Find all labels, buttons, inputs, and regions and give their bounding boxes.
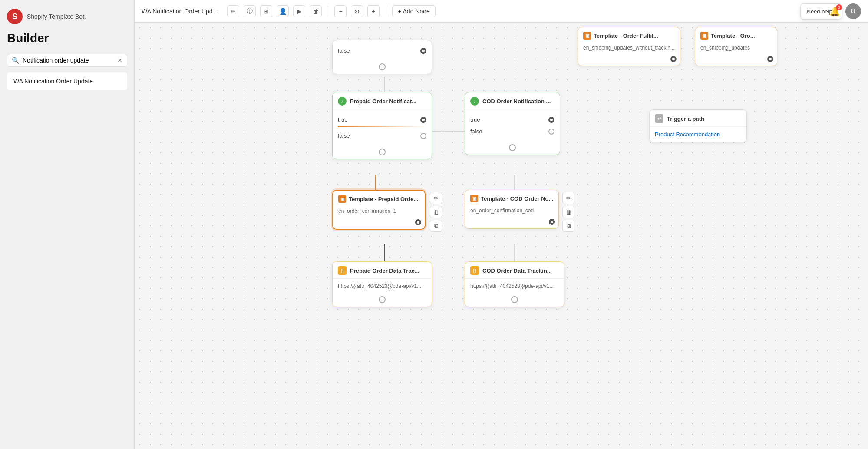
prepaid-false-row: false (338, 130, 426, 142)
template-prepaid-actions: ✏ 🗑 ⧉ (430, 192, 442, 232)
user-button[interactable]: 👤 (277, 5, 289, 17)
prepaid-true-row: true (338, 114, 426, 125)
canvas[interactable]: false ♪ Prepaid Order Notificat... true (135, 23, 868, 449)
false-dot (420, 48, 426, 54)
cod-edit-btn[interactable]: ✏ (562, 192, 574, 204)
trigger-icon: ↩ (655, 114, 663, 123)
template-prepaid-icon: ▣ (338, 195, 346, 203)
template-cod-node[interactable]: ▣ Template - COD Order No... en_order_co… (465, 190, 559, 229)
play-button[interactable]: ▶ (293, 5, 305, 17)
prepaid-condition-node: ♪ Prepaid Order Notificat... true false (332, 92, 432, 159)
template-fulfil-body: en_shipping_updates_without_trackin... (578, 43, 680, 54)
sidebar-item-wa[interactable]: WA Notification Order Update (7, 72, 127, 90)
prepaid-data-track-subtitle: https://{{attr_4042523}}/pde-api/v1... (338, 283, 426, 289)
template-ord-footer (695, 54, 777, 66)
prepaid-delete-btn[interactable]: 🗑 (430, 206, 442, 218)
search-box[interactable]: 🔍 ✕ (7, 54, 127, 67)
cod-condition-title: COD Order Notification ... (482, 98, 551, 105)
condition-icon: ♪ (338, 97, 347, 106)
template-prepaid-header: ▣ Template - Prepaid Orde... (333, 191, 425, 206)
flow-name: WA Notification Order Upd ... (142, 8, 219, 15)
false-value: false (338, 47, 350, 54)
prepaid-true-dot (420, 117, 426, 123)
cod-true-label: true (470, 116, 480, 123)
cod-true-row: true (470, 114, 554, 125)
add-node-button[interactable]: + Add Node (392, 5, 436, 17)
template-cod-icon: ▣ (470, 195, 478, 202)
template-ord-subtitle: en_shipping_updates (700, 45, 750, 51)
search-input[interactable] (23, 57, 114, 64)
template-ord-body: en_shipping_updates (695, 43, 777, 54)
avatar[interactable]: U (845, 3, 861, 19)
template-cod-footer (465, 217, 558, 228)
template-fulfil-node[interactable]: ▣ Template - Order Fulfil... en_shipping… (578, 27, 680, 66)
toolbar-separator-2 (386, 6, 386, 17)
template-cod-dot (549, 219, 555, 225)
main-area: WA Notification Order Upd ... ✏ ⓘ ⊞ 👤 ▶ … (135, 0, 868, 449)
template-cod-header: ▣ Template - COD Order No... (465, 190, 558, 206)
logo-icon: S (7, 9, 23, 24)
template-cod-actions: ✏ 🗑 ⧉ (562, 192, 574, 232)
prepaid-track-bottom-dot (379, 296, 386, 303)
template-prepaid-footer (333, 218, 425, 229)
clear-icon[interactable]: ✕ (117, 57, 122, 64)
template-cod-body: en_order_confirmation_cod (465, 206, 558, 217)
template-ord-title: Template - Oro... (711, 33, 755, 39)
prepaid-data-track-title: Prepaid Order Data Trac... (350, 267, 419, 274)
prepaid-bottom-dot (379, 149, 386, 155)
connections-svg (135, 23, 868, 449)
zoom-reset-button[interactable]: ⊙ (351, 5, 363, 17)
toolbar-right: Need help? 🔔 3 U (829, 3, 861, 19)
prepaid-condition-title: Prepaid Order Notificat... (350, 98, 416, 105)
cod-data-track-node: {} COD Order Data Trackin... https://{{a… (465, 261, 564, 307)
template-cod-title: Template - COD Order No... (481, 195, 553, 202)
cod-data-track-header: {} COD Order Data Trackin... (465, 262, 564, 279)
prepaid-true-label: true (338, 116, 347, 123)
template-fulfil-dot (670, 56, 677, 62)
prepaid-duplicate-btn[interactable]: ⧉ (430, 220, 442, 232)
template-fulfil-footer (578, 54, 680, 66)
cod-data-track-subtitle: https://{{attr_4042523}}/pde-api/v1... (470, 283, 559, 289)
trigger-path-node: ↩ Trigger a path Product Recommendation (649, 109, 747, 142)
trigger-path-title: Trigger a path (667, 116, 704, 122)
template-fulfil-icon: ▣ (583, 32, 591, 40)
prepaid-condition-header: ♪ Prepaid Order Notificat... (333, 92, 432, 109)
trigger-path-subtitle[interactable]: Product Recommendation (655, 131, 741, 138)
template-prepaid-node[interactable]: ▣ Template - Prepaid Orde... en_order_co… (332, 190, 426, 230)
cod-delete-btn[interactable]: 🗑 (562, 206, 574, 218)
cod-false-label: false (470, 128, 482, 135)
zoom-in-button[interactable]: + (367, 5, 380, 17)
copy-flow-button[interactable]: ⊞ (260, 5, 272, 17)
template-ord-dot (767, 56, 773, 62)
template-prepaid-dot (415, 219, 421, 225)
template-ord-icon: ▣ (700, 32, 708, 40)
sidebar: S Shopify Template Bot. Builder 🔍 ✕ WA N… (0, 0, 135, 449)
prepaid-data-track-header: {} Prepaid Order Data Trac... (333, 262, 432, 279)
template-prepaid-subtitle: en_order_confirmation_1 (338, 208, 396, 214)
template-ord-node[interactable]: ▣ Template - Oro... en_shipping_updates (695, 27, 777, 66)
template-prepaid-title: Template - Prepaid Orde... (349, 196, 418, 202)
info-button[interactable]: ⓘ (244, 5, 256, 17)
false-bottom-dot (379, 63, 386, 70)
edit-button[interactable]: ✏ (227, 5, 239, 17)
cod-false-row: false (470, 125, 554, 137)
false-value-row: false (338, 45, 426, 56)
builder-title: Builder (7, 31, 127, 45)
prepaid-edit-btn[interactable]: ✏ (430, 192, 442, 204)
sidebar-item-label: WA Notification Order Update (13, 78, 93, 85)
template-ord-header: ▣ Template - Oro... (695, 27, 777, 43)
zoom-out-button[interactable]: − (334, 5, 347, 17)
notification-badge[interactable]: 🔔 3 (829, 6, 840, 17)
cod-duplicate-btn[interactable]: ⧉ (562, 220, 574, 232)
prepaid-data-track-node: {} Prepaid Order Data Trac... https://{{… (332, 261, 432, 307)
cod-true-dot (548, 117, 554, 123)
false-node: false (332, 40, 432, 74)
trigger-path-header: ↩ Trigger a path (650, 110, 746, 127)
api-icon-cod: {} (470, 266, 479, 275)
delete-button[interactable]: 🗑 (310, 5, 322, 17)
api-icon-prepaid: {} (338, 266, 347, 275)
template-fulfil-subtitle: en_shipping_updates_without_trackin... (583, 45, 675, 51)
cod-track-bottom-dot (511, 296, 518, 303)
cod-data-track-title: COD Order Data Trackin... (482, 267, 552, 274)
cod-condition-header: ♪ COD Order Notification ... (465, 92, 560, 109)
